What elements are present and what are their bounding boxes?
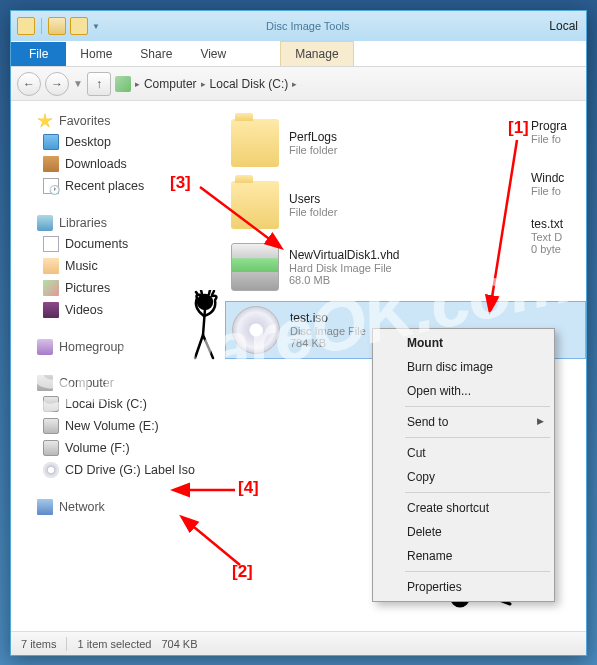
sidebar-label: Homegroup <box>59 340 124 354</box>
nav-bar: ← → ▼ ↑ ▸ Computer ▸ Local Disk (C:) ▸ <box>11 67 586 101</box>
sidebar-item-label: Volume (F:) <box>65 441 130 455</box>
separator <box>405 437 550 438</box>
title-bar: ▼ Disc Image Tools Local <box>11 11 586 41</box>
sidebar-item-label: Documents <box>65 237 128 251</box>
ctx-rename[interactable]: Rename <box>375 544 552 568</box>
status-selection: 1 item selected <box>77 638 151 650</box>
file-item-programfiles[interactable]: PrograFile fo <box>531 115 567 149</box>
ctx-copy[interactable]: Copy <box>375 465 552 489</box>
drive-icon <box>43 396 59 412</box>
file-name: Users <box>289 192 337 206</box>
breadcrumb-computer[interactable]: Computer <box>144 77 197 91</box>
sidebar-item-label: Desktop <box>65 135 111 149</box>
sidebar-item-cddrive-g[interactable]: CD Drive (G:) Label Iso <box>23 459 217 481</box>
sidebar-item-recent[interactable]: Recent places <box>23 175 217 197</box>
file-name: Progra <box>531 119 567 133</box>
separator <box>405 406 550 407</box>
folder-icon <box>231 119 279 167</box>
history-dropdown-icon[interactable]: ▼ <box>73 78 83 89</box>
file-type: File fo <box>531 185 564 197</box>
recent-icon <box>43 178 59 194</box>
sidebar-label: Network <box>59 500 105 514</box>
sidebar-item-downloads[interactable]: Downloads <box>23 153 217 175</box>
file-size: 0 byte <box>531 243 563 255</box>
chevron-right-icon[interactable]: ▸ <box>135 79 140 89</box>
documents-icon <box>43 236 59 252</box>
ctx-cut[interactable]: Cut <box>375 441 552 465</box>
sidebar-item-label: Local Disk (C:) <box>65 397 147 411</box>
sidebar-item-videos[interactable]: Videos <box>23 299 217 321</box>
sidebar-label: Libraries <box>59 216 107 230</box>
videos-icon <box>43 302 59 318</box>
ctx-burn-disc-image[interactable]: Burn disc image <box>375 355 552 379</box>
ctx-create-shortcut[interactable]: Create shortcut <box>375 496 552 520</box>
separator <box>41 18 42 34</box>
tab-file[interactable]: File <box>11 42 66 66</box>
quick-access-toolbar: ▼ <box>17 17 100 35</box>
file-type: File fo <box>531 133 567 145</box>
breadcrumb-localdisk[interactable]: Local Disk (C:) <box>210 77 289 91</box>
sidebar-computer[interactable]: Computer <box>23 373 217 393</box>
chevron-right-icon: ▶ <box>537 416 544 426</box>
separator <box>66 637 67 651</box>
explorer-icon <box>17 17 35 35</box>
star-icon <box>37 113 53 129</box>
file-column-2: PrograFile fo WindcFile fo tes.txtText D… <box>531 115 567 265</box>
tab-manage[interactable]: Manage <box>280 41 353 66</box>
sidebar-favorites[interactable]: Favorites <box>23 111 217 131</box>
chevron-right-icon[interactable]: ▸ <box>201 79 206 89</box>
qat-dropdown-icon[interactable]: ▼ <box>92 22 100 31</box>
ctx-mount[interactable]: Mount <box>375 331 552 355</box>
sidebar-libraries[interactable]: Libraries <box>23 213 217 233</box>
music-icon <box>43 258 59 274</box>
sidebar-label: Computer <box>59 376 114 390</box>
ctx-delete[interactable]: Delete <box>375 520 552 544</box>
back-button[interactable]: ← <box>17 72 41 96</box>
file-name: NewVirtualDisk1.vhd <box>289 248 400 262</box>
network-icon <box>37 499 53 515</box>
forward-button[interactable]: → <box>45 72 69 96</box>
sidebar-item-desktop[interactable]: Desktop <box>23 131 217 153</box>
file-name: tes.txt <box>531 217 563 231</box>
status-size: 704 KB <box>161 638 197 650</box>
sidebar-item-label: Downloads <box>65 157 127 171</box>
sidebar-item-localdisk-c[interactable]: Local Disk (C:) <box>23 393 217 415</box>
navigation-pane: Favorites Desktop Downloads Recent place… <box>11 101 221 631</box>
cd-icon <box>43 462 59 478</box>
sidebar-item-music[interactable]: Music <box>23 255 217 277</box>
sidebar-item-volume-f[interactable]: Volume (F:) <box>23 437 217 459</box>
ctx-open-with[interactable]: Open with... <box>375 379 552 403</box>
separator <box>405 571 550 572</box>
ctx-properties[interactable]: Properties <box>375 575 552 599</box>
context-menu: Mount Burn disc image Open with... Send … <box>372 328 555 602</box>
homegroup-icon <box>37 339 53 355</box>
chevron-right-icon[interactable]: ▸ <box>292 79 297 89</box>
file-type: Text D <box>531 231 563 243</box>
file-type: Disc Image File <box>290 325 366 337</box>
file-name: PerfLogs <box>289 130 337 144</box>
drive-icon <box>43 440 59 456</box>
downloads-icon <box>43 156 59 172</box>
file-type: Hard Disk Image File <box>289 262 400 274</box>
ctx-send-to[interactable]: Send to▶ <box>375 410 552 434</box>
sidebar-item-newvolume-e[interactable]: New Volume (E:) <box>23 415 217 437</box>
tab-view[interactable]: View <box>186 42 240 66</box>
file-item-testxt[interactable]: tes.txtText D0 byte <box>531 213 567 259</box>
file-item-windows[interactable]: WindcFile fo <box>531 167 567 201</box>
ribbon-tabs: File Home Share View Manage <box>11 41 586 67</box>
sidebar-item-documents[interactable]: Documents <box>23 233 217 255</box>
sidebar-homegroup[interactable]: Homegroup <box>23 337 217 357</box>
sidebar-network[interactable]: Network <box>23 497 217 517</box>
sidebar-item-pictures[interactable]: Pictures <box>23 277 217 299</box>
separator <box>405 492 550 493</box>
tab-share[interactable]: Share <box>126 42 186 66</box>
up-button[interactable]: ↑ <box>87 72 111 96</box>
qat-properties-icon[interactable] <box>48 17 66 35</box>
file-size: 784 KB <box>290 337 366 349</box>
qat-newfolder-icon[interactable] <box>70 17 88 35</box>
address-bar[interactable]: ▸ Computer ▸ Local Disk (C:) ▸ <box>115 76 580 92</box>
sidebar-item-label: New Volume (E:) <box>65 419 159 433</box>
tab-home[interactable]: Home <box>66 42 126 66</box>
folder-icon <box>231 181 279 229</box>
file-size: 68.0 MB <box>289 274 400 286</box>
